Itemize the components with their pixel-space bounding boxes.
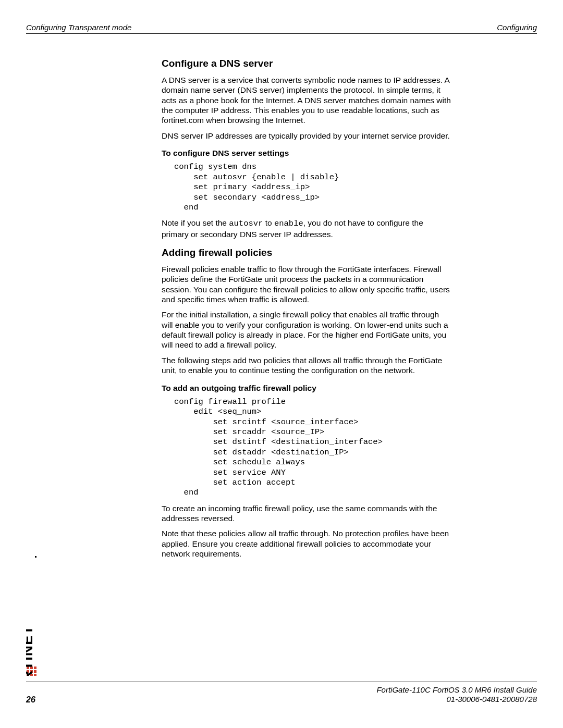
inline-code: enable bbox=[274, 219, 303, 228]
paragraph: To create an incoming traffic firewall p… bbox=[162, 503, 451, 524]
text-fragment: Note if you set the bbox=[162, 218, 229, 227]
paragraph: Note that these policies allow all traff… bbox=[162, 528, 451, 559]
inline-code: autosvr bbox=[229, 219, 263, 228]
svg-rect-10 bbox=[35, 556, 36, 558]
text-fragment: to bbox=[263, 218, 274, 227]
section-title-firewall: Adding firewall policies bbox=[162, 246, 451, 259]
code-block-firewall: config firewall profile edit <seq_num> s… bbox=[174, 397, 451, 498]
footer-divider bbox=[26, 682, 537, 682]
subheading-dns-config: To configure DNS server settings bbox=[162, 148, 451, 158]
subheading-firewall-policy: To add an outgoing traffic firewall poli… bbox=[162, 383, 451, 393]
main-content: Configure a DNS server A DNS server is a… bbox=[162, 57, 451, 564]
page-footer: 26 FortiGate-110C FortiOS 3.0 MR6 Instal… bbox=[26, 682, 537, 705]
paragraph: A DNS server is a service that converts … bbox=[162, 75, 451, 126]
footer-guide-title: FortiGate-110C FortiOS 3.0 MR6 Install G… bbox=[376, 685, 537, 695]
section-title-dns: Configure a DNS server bbox=[162, 57, 451, 70]
paragraph: For the initial installation, a single f… bbox=[162, 310, 451, 350]
footer-document-id: 01-30006-0481-20080728 bbox=[376, 695, 537, 705]
header-divider bbox=[26, 33, 537, 34]
paragraph-note: Note if you set the autosvr to enable, y… bbox=[162, 218, 451, 239]
svg-text:F RTINET: F RTINET bbox=[26, 625, 35, 676]
fortinet-logo-icon: F RTINET bbox=[26, 556, 39, 676]
paragraph: Firewall policies enable traffic to flow… bbox=[162, 264, 451, 305]
paragraph: The following steps add two policies tha… bbox=[162, 355, 451, 376]
code-block-dns: config system dns set autosvr {enable | … bbox=[174, 162, 451, 213]
header-right: Configuring bbox=[497, 23, 537, 32]
page-number: 26 bbox=[26, 695, 35, 705]
header-left: Configuring Transparent mode bbox=[26, 23, 131, 32]
paragraph: DNS server IP addresses are typically pr… bbox=[162, 131, 451, 141]
